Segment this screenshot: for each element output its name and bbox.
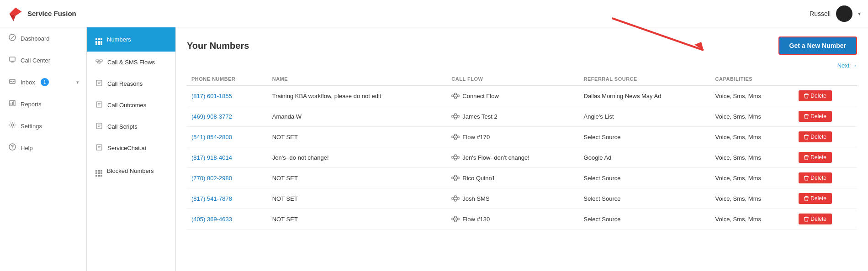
main-content: Your Numbers Get a New Number Next → PHO… bbox=[176, 27, 868, 271]
sub-sidebar-item-servicechat[interactable]: ServiceChat.ai bbox=[87, 137, 175, 159]
svg-rect-64 bbox=[457, 136, 459, 138]
call-scripts-icon bbox=[95, 122, 103, 131]
sub-sidebar-item-blocked-numbers[interactable]: Blocked Numbers bbox=[87, 159, 175, 183]
sidebar-item-reports[interactable]: Reports bbox=[0, 93, 86, 115]
cell-phone: (770) 802-2980 bbox=[187, 168, 268, 188]
header-chevron-icon[interactable]: ▾ bbox=[858, 10, 861, 17]
svg-line-5 bbox=[12, 36, 14, 37]
col-call-flow: CALL FLOW bbox=[447, 73, 579, 86]
svg-point-15 bbox=[11, 124, 14, 126]
delete-button[interactable]: Delete bbox=[799, 172, 832, 183]
table-row: (405) 369-4633 NOT SET Flow #130 bbox=[187, 209, 857, 229]
sub-sidebar-item-call-scripts[interactable]: Call Scripts bbox=[87, 116, 175, 137]
cell-capabilities: Voice, Sms, Mms bbox=[711, 147, 794, 168]
sub-sidebar-item-call-reasons[interactable]: Call Reasons bbox=[87, 73, 175, 94]
cell-name: Training KBA workflow, please do not edi… bbox=[268, 86, 447, 106]
numbers-table: PHONE NUMBER NAME CALL FLOW REFERRAL SOU… bbox=[187, 73, 857, 229]
sidebar-item-dashboard[interactable]: Dashboard bbox=[0, 27, 86, 49]
cell-referral: Select Source bbox=[579, 188, 711, 209]
sub-sidebar-item-call-sms-flows[interactable]: Call & SMS Flows bbox=[87, 52, 175, 73]
cell-referral: Select Source bbox=[579, 168, 711, 188]
flow-icon bbox=[451, 134, 460, 140]
cell-call-flow: Rico Quinn1 bbox=[447, 168, 579, 188]
cell-phone: (817) 541-7878 bbox=[187, 188, 268, 209]
col-actions bbox=[794, 73, 857, 86]
sidebar-item-call-center[interactable]: Call Center bbox=[0, 49, 86, 71]
reports-icon bbox=[9, 99, 16, 109]
col-referral-source: REFERRAL SOURCE bbox=[579, 73, 711, 86]
flow-icon bbox=[451, 195, 460, 202]
svg-rect-34 bbox=[96, 145, 102, 150]
sidebar-item-settings-label: Settings bbox=[21, 123, 42, 130]
sub-sidebar-item-call-reasons-label: Call Reasons bbox=[107, 80, 143, 87]
delete-button[interactable]: Delete bbox=[799, 111, 832, 122]
layout: Dashboard Call Center Inbox bbox=[0, 27, 868, 271]
sidebar-item-settings[interactable]: Settings bbox=[0, 115, 86, 137]
svg-rect-62 bbox=[455, 134, 456, 136]
sidebar-item-help-label: Help bbox=[21, 145, 33, 151]
cell-capabilities: Voice, Sms, Mms bbox=[711, 168, 794, 188]
inbox-left: Inbox 1 bbox=[21, 78, 49, 86]
svg-rect-52 bbox=[457, 115, 459, 117]
cell-referral: Select Source bbox=[579, 127, 711, 147]
flow-icon bbox=[451, 216, 460, 222]
svg-rect-50 bbox=[455, 114, 456, 115]
delete-button[interactable]: Delete bbox=[799, 152, 832, 163]
flow-icon bbox=[451, 113, 460, 120]
table-body: (817) 601-1855 Training KBA workflow, pl… bbox=[187, 86, 857, 229]
cell-delete: Delete bbox=[794, 209, 857, 229]
svg-rect-28 bbox=[96, 102, 102, 107]
flow-icon bbox=[451, 175, 460, 181]
svg-rect-73 bbox=[452, 156, 454, 158]
delete-button[interactable]: Delete bbox=[799, 193, 832, 204]
sub-sidebar-item-call-scripts-label: Call Scripts bbox=[107, 123, 138, 130]
main-header-row: Your Numbers Get a New Number bbox=[187, 36, 857, 55]
cell-phone: (817) 918-4014 bbox=[187, 147, 268, 168]
blocked-numbers-icon bbox=[95, 165, 102, 177]
next-link[interactable]: Next → bbox=[837, 62, 857, 69]
table-row: (817) 601-1855 Training KBA workflow, pl… bbox=[187, 86, 857, 106]
svg-rect-25 bbox=[96, 80, 102, 86]
cell-phone: (541) 854-2800 bbox=[187, 127, 268, 147]
sidebar-item-dashboard-label: Dashboard bbox=[21, 35, 50, 42]
cell-call-flow: Flow #130 bbox=[447, 209, 579, 229]
sidebar-item-inbox[interactable]: Inbox 1 ▾ bbox=[0, 71, 86, 93]
cell-name: Amanda W bbox=[268, 106, 447, 127]
svg-rect-49 bbox=[452, 115, 454, 117]
servicechat-icon bbox=[95, 144, 103, 152]
cell-capabilities: Voice, Sms, Mms bbox=[711, 86, 794, 106]
get-new-number-button[interactable]: Get a New Number bbox=[778, 36, 857, 55]
table-row: (817) 918-4014 Jen's- do not change! bbox=[187, 147, 857, 168]
cell-call-flow: Connect Flow bbox=[447, 86, 579, 106]
svg-rect-85 bbox=[452, 177, 454, 179]
sub-sidebar-item-numbers[interactable]: Numbers bbox=[87, 27, 175, 52]
svg-rect-100 bbox=[457, 198, 459, 199]
cell-capabilities: Voice, Sms, Mms bbox=[711, 209, 794, 229]
sub-sidebar-item-call-sms-flows-label: Call & SMS Flows bbox=[107, 59, 155, 66]
col-name: NAME bbox=[268, 73, 447, 86]
top-header: Service Fusion Russell ▾ bbox=[0, 0, 868, 27]
table-row: (469) 908-3772 Amanda W James Te bbox=[187, 106, 857, 127]
svg-rect-109 bbox=[452, 218, 454, 220]
cell-name: NOT SET bbox=[268, 168, 447, 188]
cell-call-flow: James Test 2 bbox=[447, 106, 579, 127]
user-avatar bbox=[836, 5, 852, 22]
delete-button[interactable]: Delete bbox=[799, 131, 832, 142]
left-sidebar: Dashboard Call Center Inbox bbox=[0, 27, 87, 271]
sub-sidebar-item-call-outcomes[interactable]: Call Outcomes bbox=[87, 94, 175, 116]
svg-rect-75 bbox=[455, 158, 456, 160]
cell-call-flow-name: Rico Quinn1 bbox=[462, 175, 495, 182]
cell-delete: Delete bbox=[794, 188, 857, 209]
svg-rect-18 bbox=[96, 60, 99, 62]
delete-button[interactable]: Delete bbox=[799, 90, 832, 101]
svg-line-6 bbox=[11, 37, 12, 39]
sub-sidebar-item-numbers-label: Numbers bbox=[107, 36, 131, 43]
settings-icon bbox=[9, 121, 16, 130]
sidebar-item-help[interactable]: Help bbox=[0, 137, 86, 159]
svg-rect-97 bbox=[452, 198, 454, 199]
delete-button[interactable]: Delete bbox=[799, 214, 832, 224]
sidebar-item-call-center-label: Call Center bbox=[21, 57, 50, 64]
call-outcomes-icon bbox=[95, 101, 103, 109]
svg-rect-98 bbox=[455, 196, 456, 198]
brand-logo-icon bbox=[7, 5, 24, 22]
